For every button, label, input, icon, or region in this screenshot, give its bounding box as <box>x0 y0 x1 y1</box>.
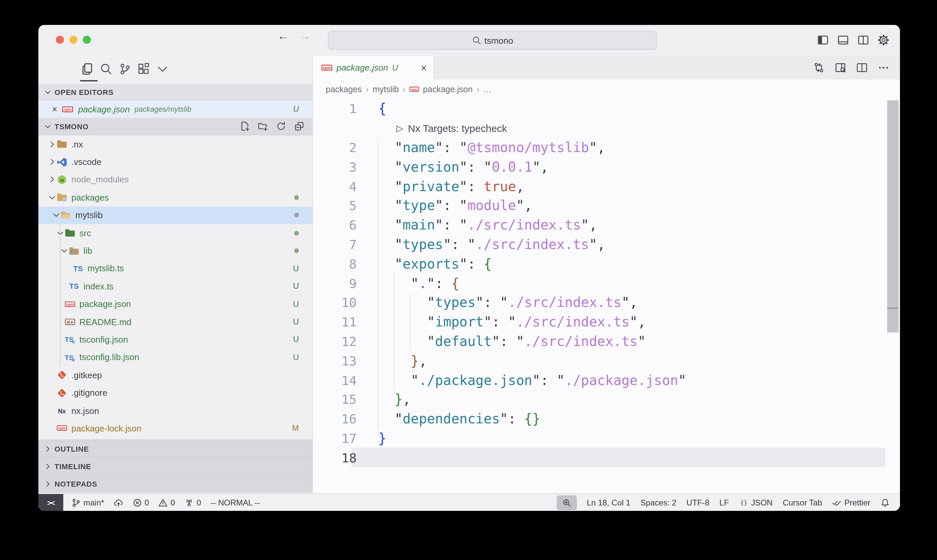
new-folder-button[interactable] <box>258 121 268 131</box>
ts-icon: TS <box>73 263 83 274</box>
code-line-5[interactable]: 5 "type": "module", <box>313 196 900 215</box>
tree-item-.vscode[interactable]: .vscode <box>38 153 312 171</box>
tree-item-src[interactable]: src <box>38 224 312 242</box>
tab-package-json[interactable]: npm package.json U × <box>313 56 434 79</box>
panel-notepads[interactable]: NOTEPADS <box>38 475 312 493</box>
code-line-15[interactable]: 15 }, <box>313 390 900 409</box>
layout-sidebar-left-button[interactable] <box>817 34 829 46</box>
tree-item-.gitkeep[interactable]: .gitkeep <box>38 366 312 384</box>
back-arrow-icon[interactable]: ← <box>277 29 289 43</box>
breadcrumb-item[interactable]: packages <box>326 85 362 94</box>
zoom-window-button[interactable] <box>83 36 91 44</box>
status-branch[interactable]: main* <box>71 498 104 507</box>
gear-button[interactable] <box>878 34 889 46</box>
code-line-10[interactable]: 10 "types": "./src/index.ts", <box>313 293 900 312</box>
code-line-4[interactable]: 4 "private": true, <box>313 176 900 196</box>
breadcrumb-item[interactable]: … <box>483 85 492 94</box>
command-center-search[interactable]: tsmono <box>328 31 657 50</box>
run-icon[interactable]: ▷ <box>397 123 403 133</box>
activity-files[interactable] <box>80 61 94 77</box>
codelens[interactable]: ▷Nx Targets: typecheck <box>313 118 900 138</box>
code-line-16[interactable]: 16 "dependencies": {} <box>313 409 900 429</box>
minimize-window-button[interactable] <box>69 36 77 44</box>
status-ln-18-col-1[interactable]: Ln 18, Col 1 <box>587 498 630 507</box>
code-line-6[interactable]: 6 "main": "./src/index.ts", <box>313 215 900 235</box>
status-tower[interactable]: 0 <box>185 498 201 507</box>
code-line-18[interactable]: 18 <box>313 448 900 468</box>
layout-split-button[interactable] <box>858 34 869 46</box>
status-error[interactable]: 0 <box>132 498 149 507</box>
tree-item-package.json[interactable]: npmpackage.jsonU <box>38 295 312 313</box>
code-line-12[interactable]: 12 "default": "./src/index.ts" <box>313 331 900 351</box>
refresh-icon <box>276 121 286 131</box>
status-cursor-tab[interactable]: Cursor Tab <box>783 498 822 507</box>
code-line-1[interactable]: 1{ <box>313 99 900 118</box>
code-line-14[interactable]: 14 "./package.json": "./package.json" <box>313 370 900 390</box>
tree-item-node_modules[interactable]: JSnode_modules <box>38 171 312 189</box>
status-zoom-in[interactable] <box>556 495 577 510</box>
split-button[interactable] <box>856 62 868 73</box>
tree-item-nx.json[interactable]: Nxnx.json <box>38 402 312 420</box>
tree-item-packages[interactable]: packages <box>38 188 312 206</box>
forward-arrow-icon[interactable]: → <box>300 29 311 43</box>
bell-icon <box>880 498 890 507</box>
status-utf-8[interactable]: UTF-8 <box>686 498 709 507</box>
more-button[interactable] <box>878 62 889 73</box>
scrollbar-thumb[interactable] <box>887 100 899 332</box>
activity-extensions[interactable] <box>137 61 150 77</box>
refresh-button[interactable] <box>276 121 286 131</box>
code-line-2[interactable]: 2 "name": "@tsmono/mytslib", <box>313 138 900 157</box>
close-window-button[interactable] <box>56 36 64 44</box>
panel-outline[interactable]: OUTLINE <box>38 440 312 457</box>
status-bell[interactable] <box>880 498 890 507</box>
activity-search[interactable] <box>99 61 112 77</box>
status-braces[interactable]: {}JSON <box>739 498 773 507</box>
activity-source-control[interactable] <box>118 61 131 77</box>
status-spaces-2[interactable]: Spaces: 2 <box>640 498 677 507</box>
breadcrumb-item[interactable]: npmpackage.json <box>409 84 472 94</box>
tree-item-tsconfig.lib.json[interactable]: TStsconfig.lib.jsonU <box>38 348 312 366</box>
layout-panel-button[interactable] <box>837 34 849 46</box>
preview-button[interactable] <box>835 62 846 73</box>
tree-item-.nx[interactable]: .nx <box>38 135 312 153</box>
tree-item-tsconfig.json[interactable]: TStsconfig.jsonU <box>38 331 312 349</box>
code-line-3[interactable]: 3 "version": "0.0.1", <box>313 157 900 177</box>
code-line-13[interactable]: 13 }, <box>313 351 900 371</box>
status-lf[interactable]: LF <box>720 498 729 507</box>
open-editors-header[interactable]: OPEN EDITORS <box>38 84 312 100</box>
code-line-8[interactable]: 8 "exports": { <box>313 254 900 274</box>
tree-item-mytslib[interactable]: mytslib <box>38 206 312 224</box>
code-line-7[interactable]: 7 "types": "./src/index.ts", <box>313 235 900 254</box>
tree-item-lib[interactable]: lib <box>38 242 312 260</box>
code-editor[interactable]: 1{▷Nx Targets: typecheck2 "name": "@tsmo… <box>313 99 900 493</box>
open-editor-item[interactable]: × npm package.json packages/mytslib U <box>38 100 312 118</box>
tree-item-package-lock.json[interactable]: npmpackage-lock.jsonM <box>38 420 312 437</box>
tree-item-.gitignore[interactable]: .gitignore <box>38 384 312 402</box>
status-cloud-upload[interactable] <box>114 498 123 507</box>
chevron-down-icon <box>44 88 52 96</box>
screen: ← → tsmono OPEN EDITORS × npm package.js… <box>0 0 937 560</box>
code-line-11[interactable]: 11 "import": "./src/index.ts", <box>313 312 900 332</box>
status-warning[interactable]: 0 <box>158 498 175 507</box>
close-icon[interactable]: × <box>52 104 57 114</box>
remote-indicator-button[interactable]: >< <box>38 494 63 511</box>
status--normal-[interactable]: -- NORMAL -- <box>211 498 260 507</box>
tree-item-README.md[interactable]: MREADME.mdU <box>38 313 312 331</box>
code-line-17[interactable]: 17} <box>313 428 900 448</box>
code-line-9[interactable]: 9 ".": { <box>313 273 900 293</box>
panel-timeline[interactable]: TIMELINE <box>38 457 312 475</box>
collapse-all-button[interactable] <box>294 121 304 131</box>
activity-chevron-down[interactable] <box>155 61 169 77</box>
new-file-button[interactable] <box>240 121 250 131</box>
chev-right-icon <box>44 462 52 471</box>
braces-icon: {} <box>739 498 749 507</box>
compare-button[interactable] <box>813 62 825 73</box>
svg-text:M: M <box>67 320 70 325</box>
tree-item-index.ts[interactable]: TSindex.tsU <box>38 277 312 295</box>
breadcrumb-item[interactable]: mytslib <box>372 85 399 94</box>
close-tab-icon[interactable]: × <box>421 63 427 73</box>
tree-item-mytslib.ts[interactable]: TSmytslib.tsU <box>38 260 312 277</box>
explorer-section-header[interactable]: TSMONO <box>38 118 312 135</box>
svg-text:Nx: Nx <box>58 408 66 415</box>
status-check-double[interactable]: Prettier <box>832 498 870 507</box>
